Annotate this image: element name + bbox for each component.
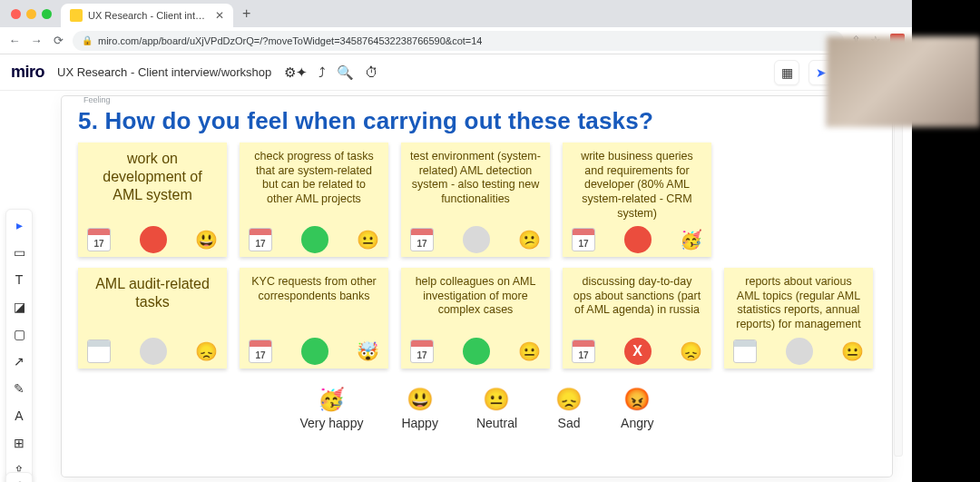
tab-strip: UX Research - Client intervie… ✕ + (0, 0, 912, 27)
feeling-emoji: 😐 (357, 231, 379, 249)
url-text: miro.com/app/board/uXjVPdDzOrQ=/?moveToW… (98, 35, 482, 46)
canvas[interactable]: ▸ ▭ T ◪ ▢ ↗ ✎ A ⊞ ⇪ ›› ↶ ↷ Feeling (0, 91, 912, 482)
text-tool[interactable]: T (9, 270, 29, 290)
sticky-text: test environment (system-related) AML de… (410, 150, 541, 207)
legend-item: 🥳Very happy (299, 389, 363, 430)
legend-item: 😃Happy (401, 389, 437, 430)
calendar-icon: 17 (572, 339, 595, 363)
sticky-note[interactable]: help colleagues on AML investigation of … (401, 268, 550, 369)
priority-dot (301, 226, 328, 253)
sticky-text: KYC requests from other correspondents b… (249, 275, 379, 303)
undo-button[interactable]: ↶ (14, 478, 24, 482)
sticky-text: check progress of tasks that are system-… (249, 150, 379, 207)
feeling-emoji: 😞 (680, 342, 702, 360)
feeling-emoji: 😃 (195, 231, 218, 249)
legend-item: 😐Neutral (476, 389, 517, 430)
legend-emoji-icon: 😡 (623, 389, 651, 410)
priority-dot (786, 338, 813, 365)
sticky-note[interactable]: write business queries and requirements … (563, 143, 711, 257)
webcam-overlay (826, 36, 980, 127)
feeling-emoji: 😐 (841, 342, 864, 360)
emoji-legend: 🥳Very happy😃Happy😐Neutral😞Sad😡Angry (78, 389, 876, 430)
close-window-icon[interactable] (11, 9, 21, 19)
legend-emoji-icon: 😞 (555, 389, 583, 410)
browser-window: UX Research - Client intervie… ✕ + ← → ⟳… (0, 0, 912, 482)
miro-favicon-icon (70, 9, 83, 22)
legend-emoji-icon: 😃 (407, 389, 434, 410)
pen-tool[interactable]: ✎ (9, 379, 29, 398)
timer-icon[interactable]: ⏱ (365, 64, 378, 80)
miro-logo[interactable]: miro (11, 63, 44, 82)
maximize-window-icon[interactable] (42, 9, 52, 19)
tab-close-icon[interactable]: ✕ (215, 9, 224, 22)
feeling-emoji: 😞 (195, 342, 218, 360)
legend-label: Sad (558, 416, 581, 430)
calendar-icon: 17 (249, 228, 272, 251)
sticky-text: AML audit-related tasks (87, 275, 218, 311)
comment-tool[interactable]: A (9, 406, 29, 426)
frame-tool[interactable]: ⊞ (9, 433, 29, 453)
feeling-emoji: 🤯 (357, 342, 379, 360)
sticky-note[interactable]: AML audit-related tasks😞 (78, 268, 227, 369)
address-bar: ← → ⟳ 🔒 miro.com/app/board/uXjVPdDzOrQ=/… (0, 27, 912, 54)
export-icon[interactable]: ⤴ (318, 64, 326, 80)
sticky-tool[interactable]: ◪ (9, 297, 29, 317)
board-title[interactable]: UX Research - Client interview/workshop (57, 65, 271, 79)
priority-dot (463, 338, 490, 365)
sticky-note[interactable]: check progress of tasks that are system-… (240, 143, 388, 257)
undo-rail: ↶ ↷ (5, 472, 33, 482)
url-field[interactable]: 🔒 miro.com/app/board/uXjVPdDzOrQ=/?moveT… (73, 31, 844, 51)
legend-item: 😡Angry (621, 389, 654, 430)
search-icon[interactable]: 🔍 (337, 64, 354, 81)
lock-icon: 🔒 (82, 35, 93, 45)
legend-emoji-icon: 😐 (483, 389, 510, 410)
minimize-window-icon[interactable] (26, 9, 36, 19)
priority-dot (463, 226, 490, 253)
question-number: 5. (78, 107, 98, 134)
question-heading: 5. How do you feel when carrying out the… (78, 107, 876, 135)
sticky-text: reports about various AML topics (regula… (733, 275, 864, 332)
calendar-icon: 17 (410, 339, 434, 363)
feeling-emoji: 😕 (518, 231, 541, 249)
sticky-note[interactable]: work on development of AML system17😃 (78, 143, 227, 257)
forward-button[interactable]: → (29, 34, 44, 47)
legend-label: Angry (621, 416, 654, 430)
slide-frame[interactable]: Feeling 5. How do you feel when carrying… (62, 96, 892, 477)
board-settings-icon[interactable]: ⚙✦ (284, 64, 308, 81)
tool-rail: ▸ ▭ T ◪ ▢ ↗ ✎ A ⊞ ⇪ ›› (5, 209, 33, 482)
legend-item: 😞Sad (555, 389, 583, 430)
reload-button[interactable]: ⟳ (51, 34, 65, 47)
calendar-icon (733, 339, 757, 363)
section-crumb: Feeling (83, 95, 111, 104)
legend-label: Neutral (476, 416, 517, 430)
next-slide-edge (894, 116, 903, 457)
new-tab-button[interactable]: + (233, 5, 260, 22)
window-controls[interactable] (11, 9, 52, 19)
question-text: How do you feel when carrying out these … (105, 107, 653, 134)
sticky-text: help colleagues on AML investigation of … (410, 275, 541, 318)
sticky-text: discussing day-to-day ops about sanction… (572, 275, 702, 318)
legend-label: Happy (401, 416, 437, 430)
sticky-note[interactable]: KYC requests from other correspondents b… (240, 268, 388, 369)
select-tool[interactable]: ▸ (9, 215, 29, 235)
priority-dot (301, 338, 328, 365)
browser-tab[interactable]: UX Research - Client intervie… ✕ (61, 4, 233, 27)
priority-dot (140, 226, 167, 253)
back-button[interactable]: ← (7, 34, 22, 47)
sticky-note[interactable]: test environment (system-related) AML de… (401, 143, 550, 257)
templates-tool[interactable]: ▭ (9, 242, 29, 262)
tab-title: UX Research - Client intervie… (88, 10, 210, 21)
sticky-note[interactable]: discussing day-to-day ops about sanction… (563, 268, 711, 369)
shapes-tool[interactable]: ▢ (9, 324, 29, 344)
calendar-icon: 17 (87, 228, 111, 251)
legend-label: Very happy (299, 416, 363, 430)
connect-tool[interactable]: ↗ (9, 351, 29, 371)
calendar-icon (87, 339, 111, 363)
apps-icon[interactable]: ▦ (774, 60, 799, 85)
sticky-grid: work on development of AML system17😃chec… (78, 143, 876, 369)
calendar-icon: 17 (572, 228, 595, 251)
sticky-note[interactable]: reports about various AML topics (regula… (724, 268, 873, 369)
feeling-emoji: 😐 (518, 342, 541, 360)
feeling-emoji: 🥳 (680, 231, 702, 249)
calendar-icon: 17 (249, 339, 272, 363)
